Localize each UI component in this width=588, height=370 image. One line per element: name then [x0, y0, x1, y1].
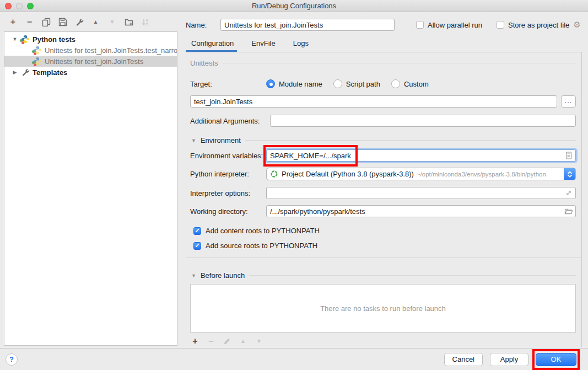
configuration-editor: Name: Allow parallel run Store as projec… — [186, 13, 588, 348]
before-launch-empty-message: There are no tasks to run before launch — [320, 304, 446, 313]
add-content-roots-checkbox[interactable]: ✓ Add content roots to PYTHONPATH — [193, 227, 576, 235]
allow-parallel-run-checkbox[interactable]: Allow parallel run — [416, 21, 482, 29]
test-badge-red — [21, 41, 24, 44]
tree-item-unittests-test-narrow[interactable]: Unittests for test_join.JoinTests.test_n… — [4, 45, 177, 56]
close-button[interactable] — [5, 3, 12, 9]
tree-item-python-tests[interactable]: ▼ Python tests — [4, 34, 177, 45]
radio-selected[interactable] — [266, 79, 275, 88]
remove-task-icon[interactable]: − — [207, 337, 215, 345]
add-source-roots-label: Add source roots to PYTHONPATH — [206, 242, 317, 250]
environment-variables-field — [266, 149, 576, 162]
python-tests-icon — [21, 35, 30, 44]
tree-item-label: Unittests for test_join.JoinTests.test_n… — [45, 46, 177, 55]
target-radio-group: Module name Script path Custom — [266, 79, 429, 88]
target-label: Target: — [190, 80, 266, 88]
radio-module-name[interactable]: Module name — [266, 79, 322, 88]
before-launch-toolbar: + − ▲ ▼ — [190, 333, 576, 345]
environment-variables-input[interactable] — [266, 149, 576, 162]
move-task-down-icon[interactable]: ▼ — [255, 337, 263, 345]
configurations-sidebar: + − ▲ ▼ az ▼ Python tests — [0, 13, 182, 347]
configurations-tree: ▼ Python tests Unittests for test_join.J… — [4, 31, 177, 346]
configuration-tabs: Configuration EnvFile Logs — [191, 39, 309, 52]
collapse-before-launch-icon[interactable]: ▼ — [191, 273, 196, 278]
radio-custom[interactable]: Custom — [391, 79, 429, 88]
checkbox-checked[interactable]: ✓ — [193, 242, 201, 250]
additional-arguments-label: Additional Arguments: — [190, 117, 270, 125]
interpreter-options-label: Interpreter options: — [190, 189, 266, 197]
edit-variables-icon[interactable] — [564, 151, 573, 160]
conda-environment-icon — [270, 170, 278, 178]
environment-section-label: Environment — [201, 136, 241, 144]
before-launch-section-label: Before launch — [201, 271, 245, 280]
zoom-button[interactable] — [27, 3, 34, 9]
add-task-icon[interactable]: + — [191, 337, 199, 345]
svg-text:a: a — [146, 18, 148, 22]
ok-button[interactable]: OK — [536, 353, 576, 366]
browse-folder-icon[interactable] — [564, 207, 573, 216]
checkbox-unchecked[interactable] — [416, 21, 424, 29]
configuration-form-pane: Unittests Target: Module name Script pat… — [186, 52, 582, 347]
cancel-button[interactable]: Cancel — [444, 353, 483, 366]
store-options-gear-icon[interactable]: ⚙ — [573, 20, 580, 30]
checkbox-unchecked[interactable] — [497, 21, 504, 29]
edit-task-icon[interactable] — [223, 337, 231, 345]
target-input[interactable] — [190, 95, 557, 108]
expand-field-icon[interactable] — [564, 189, 573, 197]
checkbox-checked[interactable]: ✓ — [193, 227, 201, 235]
tree-expanded-icon[interactable]: ▼ — [11, 36, 19, 42]
working-directory-field — [266, 205, 576, 217]
new-folder-icon[interactable] — [124, 18, 133, 27]
section-unittests: Unittests — [190, 59, 576, 67]
interpreter-options-field — [266, 187, 576, 199]
radio-script-path-label: Script path — [346, 80, 380, 88]
sort-configurations-icon[interactable]: az — [141, 18, 150, 27]
tree-item-unittests-jointests-selected[interactable]: Unittests for test_join.JoinTests — [4, 56, 177, 67]
before-launch-region: ▼ Before launch There are no tasks to ru… — [186, 258, 581, 345]
tab-configuration[interactable]: Configuration — [191, 39, 234, 52]
edit-templates-icon[interactable] — [74, 18, 84, 27]
tab-envfile[interactable]: EnvFile — [251, 39, 275, 52]
apply-button[interactable]: Apply — [490, 353, 528, 366]
unittests-section-label: Unittests — [190, 59, 218, 67]
store-as-project-file-label: Store as project file — [508, 21, 569, 29]
minimize-button[interactable] — [16, 3, 23, 9]
radio-unselected[interactable] — [391, 79, 400, 88]
remove-configuration-icon[interactable]: − — [25, 18, 34, 27]
section-before-launch: ▼ Before launch — [190, 271, 576, 280]
store-as-project-file-checkbox[interactable]: Store as project file — [497, 21, 569, 29]
environment-variables-label: Environment variables: — [190, 152, 266, 160]
move-up-icon[interactable]: ▲ — [91, 18, 100, 27]
tree-collapsed-icon[interactable]: ▶ — [11, 69, 19, 75]
test-badge-red — [34, 63, 36, 66]
tree-item-templates[interactable]: ▶ Templates — [4, 67, 177, 78]
python-interpreter-value: Project Default (Python 3.8 (pyspark-3.8… — [282, 170, 414, 178]
name-input[interactable] — [220, 19, 395, 31]
working-directory-label: Working directory: — [190, 207, 266, 216]
copy-configuration-icon[interactable] — [41, 18, 51, 27]
browse-target-button[interactable]: ... — [561, 95, 576, 108]
help-button[interactable]: ? — [6, 353, 18, 366]
templates-wrench-icon — [21, 68, 30, 77]
python-test-config-icon — [33, 46, 42, 55]
svg-text:z: z — [146, 22, 148, 26]
move-task-up-icon[interactable]: ▲ — [239, 337, 247, 345]
working-directory-input[interactable] — [266, 205, 576, 217]
allow-parallel-run-label: Allow parallel run — [428, 21, 482, 29]
additional-arguments-input[interactable] — [270, 115, 576, 127]
test-badge-red — [34, 52, 36, 55]
add-source-roots-checkbox[interactable]: ✓ Add source roots to PYTHONPATH — [193, 242, 576, 250]
python-interpreter-combobox[interactable]: Project Default (Python 3.8 (pyspark-3.8… — [266, 168, 576, 180]
titlebar: Run/Debug Configurations — [0, 0, 588, 12]
python-interpreter-path: ~/opt/miniconda3/envs/pyspark-3.8/bin/py… — [417, 171, 546, 178]
add-configuration-icon[interactable]: + — [8, 18, 18, 27]
combobox-arrows-button[interactable] — [564, 168, 576, 180]
tree-item-label: Python tests — [33, 35, 75, 44]
collapse-environment-icon[interactable]: ▼ — [191, 138, 196, 143]
dialog-footer: ? Cancel Apply OK — [0, 348, 588, 370]
interpreter-options-input[interactable] — [266, 187, 576, 199]
tab-logs[interactable]: Logs — [293, 39, 309, 52]
move-down-icon[interactable]: ▼ — [107, 18, 117, 27]
save-configuration-icon[interactable] — [58, 18, 67, 27]
radio-unselected[interactable] — [333, 79, 342, 88]
radio-script-path[interactable]: Script path — [333, 79, 380, 88]
